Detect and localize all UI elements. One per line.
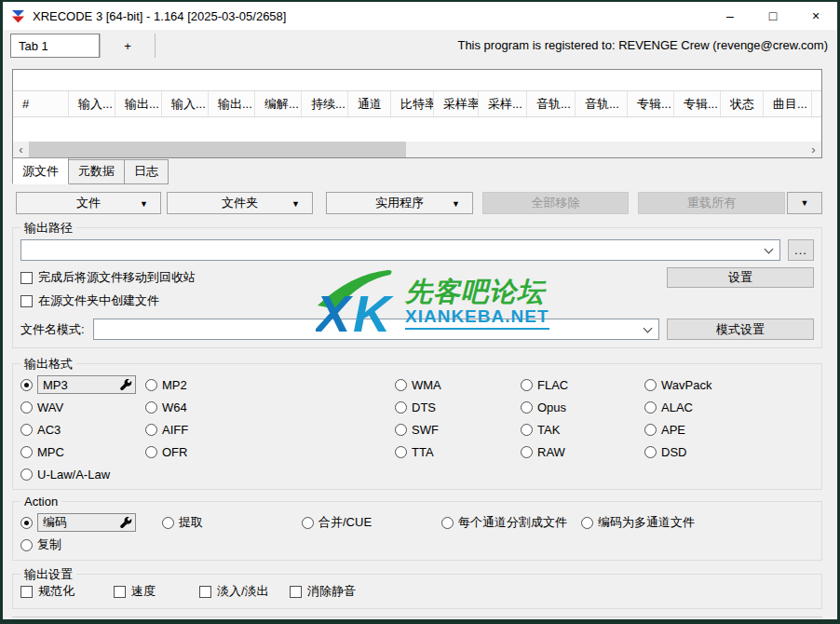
radio-icon — [145, 379, 157, 391]
format-option-raw[interactable]: RAW — [521, 441, 644, 463]
column-header[interactable]: 编解... — [255, 91, 302, 116]
titlebar: XRECODE 3 [64-bit] - 1.164 [2025-03-05/2… — [3, 2, 837, 30]
maximize-icon[interactable]: □ — [752, 2, 794, 30]
radio-checked-icon — [20, 517, 33, 529]
action-label: Action — [20, 495, 61, 509]
minimize-icon[interactable]: – — [709, 2, 752, 30]
tab-strip: Tab 1 + This program is registered to: R… — [3, 30, 837, 61]
column-header[interactable]: 持续... — [302, 91, 348, 116]
footer-divider — [12, 617, 822, 617]
more-dropdown-button[interactable]: ▼ — [787, 192, 822, 214]
column-header[interactable]: 光 — [812, 91, 821, 116]
column-header[interactable]: 音轨... — [527, 91, 576, 116]
window-title: XRECODE 3 [64-bit] - 1.164 [2025-03-05/2… — [33, 9, 286, 23]
filename-pattern-combobox[interactable] — [93, 319, 659, 340]
checkbox-icon — [20, 586, 33, 598]
column-header[interactable]: 采样率 — [434, 91, 479, 116]
format-option-mp3[interactable]: MP3 — [20, 373, 145, 396]
format-option-swf[interactable]: SWF — [395, 418, 521, 441]
pattern-settings-button[interactable]: 模式设置 — [667, 319, 814, 340]
radio-icon — [521, 401, 533, 414]
dropdown-arrow-icon: ▼ — [140, 199, 148, 209]
column-header[interactable]: 输入... — [162, 91, 209, 116]
normalize-checkbox[interactable]: 规范化 — [20, 582, 114, 601]
format-option-wav[interactable]: WAV — [20, 396, 145, 418]
format-option-alac[interactable]: ALAC — [644, 396, 821, 418]
file-button[interactable]: 文件 ▼ — [16, 192, 161, 214]
close-icon[interactable]: × — [794, 2, 837, 30]
scroll-right-icon[interactable]: › — [806, 142, 821, 157]
column-header[interactable]: 输入... — [69, 91, 115, 116]
browse-button[interactable]: ... — [788, 239, 814, 261]
radio-icon — [644, 379, 657, 391]
wrench-icon[interactable] — [120, 379, 132, 391]
column-header[interactable]: 采样... — [479, 91, 527, 116]
format-option-dts[interactable]: DTS — [395, 396, 521, 418]
action-option-encode[interactable]: 编码 — [20, 511, 162, 534]
add-tab-button[interactable]: + — [101, 39, 155, 53]
checkbox-icon — [114, 586, 126, 598]
format-option-opus[interactable]: Opus — [521, 396, 644, 418]
format-option-dsd[interactable]: DSD — [644, 441, 821, 463]
format-option-wma[interactable]: WMA — [395, 373, 521, 396]
action-option-multichannel[interactable]: 编码为多通道文件 — [581, 511, 695, 534]
column-header[interactable]: 音轨... — [576, 91, 628, 116]
format-option-ulaw[interactable]: U-Law/A-Law — [20, 463, 145, 485]
column-header[interactable]: 专辑... — [674, 91, 721, 116]
tab-log[interactable]: 日志 — [124, 159, 169, 184]
column-header[interactable]: 输出... — [209, 91, 255, 116]
column-header[interactable]: 状态 — [721, 91, 764, 116]
action-option-extract[interactable]: 提取 — [162, 511, 302, 534]
radio-icon — [644, 401, 657, 414]
output-settings-group: 输出设置 规范化 速度 淡入/淡出 消除静音 — [12, 574, 822, 609]
action-option-copy[interactable]: 复制 — [20, 534, 61, 556]
scrollbar-thumb[interactable] — [29, 142, 406, 157]
radio-icon — [644, 424, 657, 436]
format-option-ofr[interactable]: OFR — [145, 441, 395, 463]
output-format-group: 输出格式 MP3 WAV AC3 MPC U-Law/A-Law — [12, 363, 822, 490]
wrench-icon[interactable] — [120, 517, 132, 529]
tab-metadata[interactable]: 元数据 — [68, 159, 125, 184]
radio-icon — [644, 446, 657, 458]
format-option-wavpack[interactable]: WavPack — [644, 373, 821, 396]
column-header[interactable]: 通道 — [348, 91, 391, 116]
radio-icon — [302, 517, 314, 529]
speed-checkbox[interactable]: 速度 — [114, 582, 199, 601]
filename-pattern-label: 文件名模式: — [20, 321, 93, 338]
format-option-tta[interactable]: TTA — [395, 441, 521, 463]
output-path-combobox[interactable] — [20, 239, 780, 261]
column-header[interactable]: # — [13, 91, 69, 116]
horizontal-scrollbar[interactable]: ‹ › — [13, 142, 821, 157]
format-option-w64[interactable]: W64 — [145, 396, 395, 418]
format-option-mpc[interactable]: MPC — [20, 441, 145, 463]
format-option-aiff[interactable]: AIFF — [145, 418, 395, 441]
recycle-checkbox[interactable] — [20, 272, 33, 284]
fade-checkbox[interactable]: 淡入/淡出 — [199, 582, 290, 601]
checkbox-icon — [199, 586, 211, 598]
radio-icon — [145, 401, 157, 414]
scroll-left-icon[interactable]: ‹ — [13, 142, 29, 157]
format-option-mp2[interactable]: MP2 — [145, 373, 395, 396]
utilities-button[interactable]: 实用程序 ▼ — [326, 192, 473, 214]
radio-icon — [20, 424, 33, 436]
radio-icon — [521, 424, 533, 436]
column-header[interactable]: 专辑... — [628, 91, 674, 116]
action-option-split-channels[interactable]: 每个通道分割成文件 — [441, 511, 581, 534]
format-option-ac3[interactable]: AC3 — [20, 418, 145, 441]
column-header[interactable]: 比特率 — [391, 91, 434, 116]
tab-1[interactable]: Tab 1 — [10, 34, 100, 58]
column-header[interactable]: 曲目... — [764, 91, 812, 116]
create-in-source-checkbox[interactable] — [20, 295, 33, 307]
format-option-flac[interactable]: FLAC — [521, 373, 644, 396]
remove-silence-checkbox[interactable]: 消除静音 — [290, 582, 356, 601]
dropdown-arrow-icon: ▼ — [452, 199, 460, 209]
radio-icon — [395, 401, 407, 414]
folder-button[interactable]: 文件夹 ▼ — [167, 192, 313, 214]
format-option-ape[interactable]: APE — [644, 418, 821, 441]
format-option-tak[interactable]: TAK — [521, 418, 644, 441]
column-header[interactable]: 输出... — [115, 91, 162, 116]
registration-text: This program is registered to: REVENGE C… — [457, 38, 828, 52]
tab-source-files[interactable]: 源文件 — [12, 157, 69, 184]
settings-button[interactable]: 设置 — [667, 267, 814, 288]
action-option-merge-cue[interactable]: 合并/CUE — [302, 511, 441, 534]
